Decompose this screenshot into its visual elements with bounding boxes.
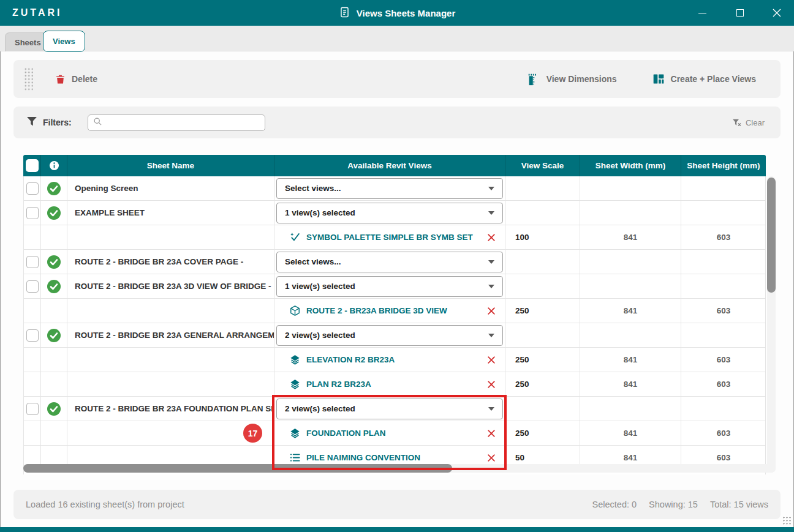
dropdown-value: Select views... — [285, 257, 341, 266]
views-dropdown[interactable]: 2 view(s) selected — [276, 325, 503, 346]
view-link[interactable]: ROUTE 2 - BR23A BRIDGE 3D VIEW — [306, 306, 447, 315]
views-dropdown[interactable]: 2 view(s) selected — [276, 399, 503, 419]
sheet-width-value: 841 — [624, 355, 638, 364]
select-all-checkbox[interactable] — [26, 159, 39, 172]
view-dimensions-button[interactable]: View Dimensions — [527, 73, 617, 86]
layers-icon — [289, 427, 301, 439]
create-place-views-button[interactable]: Create + Place Views — [652, 73, 756, 86]
scale-cell — [505, 250, 580, 274]
clear-label: Clear — [746, 118, 765, 127]
height-cell — [681, 250, 766, 274]
status-selected: Selected: 0 — [592, 500, 637, 509]
table-row-view: SYMBOL PALETTE SIMPLE BR SYMB SET1008416… — [24, 225, 765, 250]
app-window: ZUTARI Views Sheets Manager Sheets Views… — [0, 0, 794, 532]
table-body: Opening ScreenSelect views...EXAMPLE SHE… — [23, 176, 766, 474]
checkbox-cell — [24, 299, 41, 323]
document-icon — [339, 6, 350, 21]
filter-clear-icon — [732, 118, 742, 128]
width-cell — [580, 250, 681, 274]
height-cell — [681, 323, 766, 347]
views-cell: 2 view(s) selected — [274, 397, 505, 421]
remove-view-icon[interactable] — [487, 233, 496, 242]
width-cell — [580, 274, 681, 298]
clear-filters-button[interactable]: Clear — [732, 118, 765, 128]
status-cell — [41, 225, 67, 249]
row-checkbox[interactable] — [26, 403, 39, 415]
toolbar-right-group: View Dimensions Create + Place Views — [527, 73, 756, 86]
dropdown-value: 2 view(s) selected — [285, 404, 355, 413]
height-cell: 603 — [681, 348, 766, 372]
create-place-views-label: Create + Place Views — [671, 74, 756, 84]
view-link[interactable]: PILE NAIMING CONVENTION — [306, 453, 420, 462]
vertical-scrollbar-thumb[interactable] — [767, 178, 776, 293]
view-link[interactable]: SYMBOL PALETTE SIMPLE BR SYMB SET — [306, 233, 473, 242]
maximize-button[interactable] — [724, 0, 756, 26]
drag-handle-icon[interactable] — [23, 67, 33, 91]
width-cell — [580, 397, 681, 421]
dropdown-value: 1 view(s) selected — [285, 282, 355, 291]
sheet-name-cell — [67, 225, 274, 249]
view-scale-value: 250 — [505, 380, 529, 389]
horizontal-scrollbar-thumb[interactable] — [23, 464, 452, 473]
table-row-sheet: ROUTE 2 - BRIDGE BR 23A 3D VIEW OF BRIDG… — [24, 274, 765, 299]
scale-cell: 250 — [505, 421, 580, 445]
checkbox-cell — [24, 176, 41, 200]
width-cell — [580, 201, 681, 225]
vertical-scrollbar — [767, 176, 776, 473]
remove-view-icon[interactable] — [487, 380, 496, 389]
sheet-name-cell: ROUTE 2 - BRIDGE BR 23A GENERAL ARRANGEM… — [67, 323, 274, 347]
remove-view-icon[interactable] — [487, 307, 496, 315]
checkbox-cell — [24, 250, 41, 274]
status-message: Loaded 16 existing sheet(s) from project — [26, 500, 184, 509]
row-checkbox[interactable] — [26, 256, 39, 268]
sheet-name-cell — [67, 372, 274, 396]
filter-search-input[interactable] — [106, 118, 260, 127]
row-checkbox[interactable] — [26, 280, 39, 293]
dropdown-value: 2 view(s) selected — [285, 331, 355, 340]
views-dropdown[interactable]: Select views... — [276, 252, 503, 272]
table-row-sheet: ROUTE 2 - BRIDGE BR 23A COVER PAGE -Sele… — [24, 250, 765, 274]
filter-icon — [26, 115, 38, 130]
resize-grip[interactable] — [782, 516, 792, 526]
remove-view-icon[interactable] — [487, 356, 496, 364]
table-row-sheet: Opening ScreenSelect views... — [24, 176, 765, 201]
view-scale-value: 250 — [505, 306, 529, 315]
row-checkbox[interactable] — [26, 329, 39, 342]
tab-sheets-label: Sheets — [15, 38, 41, 47]
status-counts: Selected: 0 Showing: 15 Total: 15 views — [592, 500, 768, 509]
table-row-sheet: EXAMPLE SHEET1 view(s) selected — [24, 201, 765, 225]
minimize-button[interactable] — [686, 0, 718, 26]
remove-view-icon[interactable] — [487, 429, 496, 438]
views-dropdown[interactable]: Select views... — [276, 178, 503, 199]
view-link[interactable]: FOUNDATION PLAN — [306, 429, 386, 438]
search-box — [88, 114, 265, 131]
width-cell: 841 — [580, 225, 681, 249]
symbol-icon — [289, 231, 301, 243]
view-link[interactable]: ELEVATION R2 BR23A — [306, 355, 395, 364]
delete-button[interactable]: Delete — [55, 73, 97, 85]
remove-view-icon[interactable] — [487, 454, 496, 462]
scale-cell — [505, 201, 580, 225]
status-cell — [41, 250, 67, 274]
close-button[interactable] — [761, 0, 793, 26]
dropdown-value: 1 view(s) selected — [285, 208, 355, 217]
sheet-name: Opening Screen — [67, 184, 138, 193]
views-cell: PLAN R2 BR23A — [274, 372, 505, 396]
row-checkbox[interactable] — [26, 182, 39, 195]
tab-strip: Sheets Views — [0, 26, 794, 51]
tab-views[interactable]: Views — [43, 31, 85, 52]
view-link[interactable]: PLAN R2 BR23A — [306, 380, 371, 389]
dropdown-value: Select views... — [285, 184, 341, 193]
row-checkbox[interactable] — [26, 207, 39, 219]
maximize-icon — [736, 9, 744, 17]
height-cell: 603 — [681, 299, 766, 323]
sheet-width-value: 841 — [624, 380, 638, 389]
close-icon — [773, 9, 781, 17]
width-cell: 841 — [580, 299, 681, 323]
header-sheet-name: Sheet Name — [67, 155, 274, 176]
views-dropdown[interactable]: 1 view(s) selected — [276, 276, 503, 297]
view-scale-value: 250 — [505, 355, 529, 364]
table-row-view: ELEVATION R2 BR23A250841603 — [24, 348, 765, 372]
views-dropdown[interactable]: 1 view(s) selected — [276, 203, 503, 223]
filters-bar: Filters: Clear — [13, 107, 781, 138]
